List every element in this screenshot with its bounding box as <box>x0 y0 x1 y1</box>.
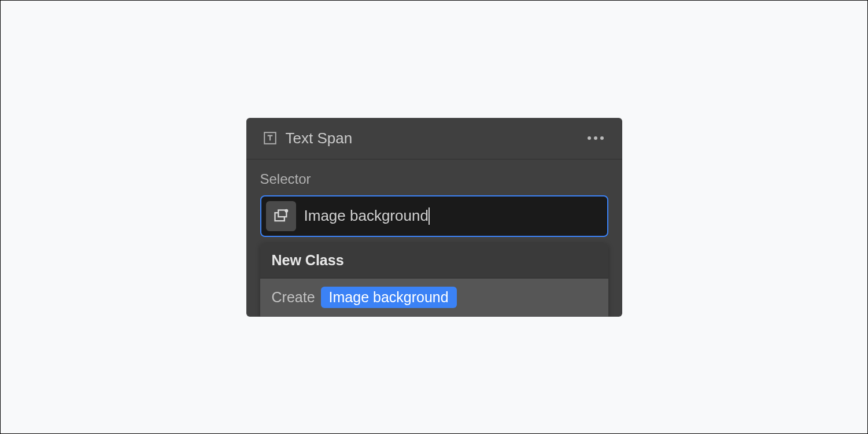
selector-input[interactable]: Image background <box>304 207 430 225</box>
style-panel: Text Span Selector Image background New … <box>246 118 622 317</box>
inheritance-icon[interactable] <box>266 201 296 231</box>
more-options-button[interactable] <box>585 134 606 142</box>
svg-point-3 <box>285 209 288 212</box>
create-prefix-label: Create <box>272 289 315 306</box>
ellipsis-icon <box>588 136 591 140</box>
element-type-label: Text Span <box>286 129 353 147</box>
dropdown-section-header: New Class <box>260 243 608 279</box>
selector-section-label: Selector <box>260 171 608 187</box>
ellipsis-icon <box>600 136 604 140</box>
selector-input-value: Image background <box>304 207 429 225</box>
ellipsis-icon <box>594 136 597 140</box>
text-caret <box>429 207 430 225</box>
text-span-icon <box>263 131 278 146</box>
panel-header-left: Text Span <box>263 129 353 147</box>
create-class-option[interactable]: Create Image background <box>260 279 608 317</box>
selector-dropdown: New Class Create Image background <box>260 243 608 317</box>
panel-header: Text Span <box>246 118 622 159</box>
class-name-chip: Image background <box>321 287 457 308</box>
selector-input-container[interactable]: Image background <box>260 195 608 237</box>
panel-body: Selector Image background New Class Crea… <box>246 159 622 317</box>
